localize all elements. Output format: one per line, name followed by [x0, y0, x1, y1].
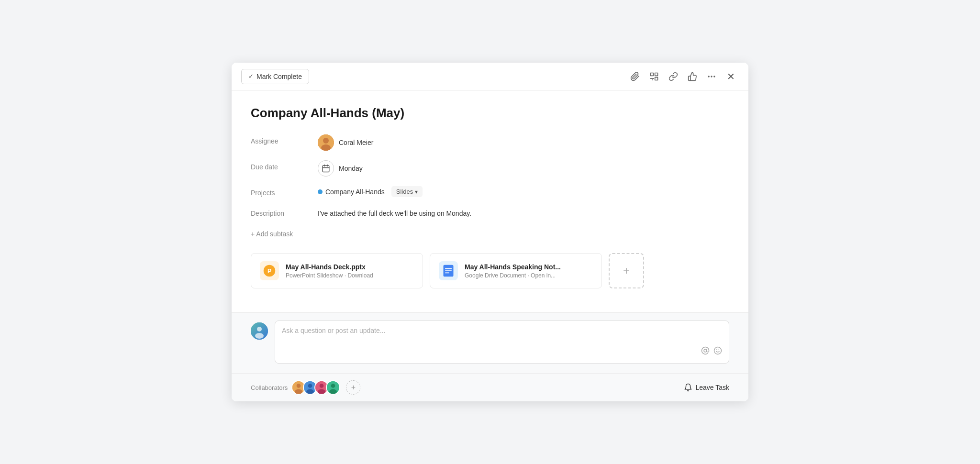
svg-point-5	[713, 76, 715, 77]
link-icon-button[interactable]	[665, 68, 681, 85]
comment-actions	[282, 346, 722, 357]
header-actions: ✕	[627, 68, 739, 85]
gdoc-name: May All-Hands Speaking Not...	[465, 263, 561, 271]
svg-point-23	[714, 347, 722, 354]
svg-point-36	[331, 384, 335, 388]
svg-rect-2	[655, 77, 658, 80]
assignee-avatar	[318, 134, 334, 151]
modal-body: Company All-Hands (May) Assignee	[232, 91, 748, 313]
collab-avatar-4[interactable]	[326, 380, 340, 395]
description-label: Description	[251, 207, 308, 217]
projects-row: Projects Company All-Hands Slides ▾	[251, 186, 729, 197]
add-subtask-button[interactable]: + Add subtask	[251, 228, 729, 240]
due-date-value[interactable]: Monday	[318, 160, 363, 177]
task-title: Company All-Hands (May)	[251, 105, 729, 122]
comment-placeholder: Ask a question or post an update...	[282, 327, 722, 334]
svg-point-27	[297, 384, 301, 388]
pptx-info: May All-Hands Deck.pptx PowerPoint Slide…	[286, 263, 373, 279]
svg-point-20	[257, 327, 262, 331]
link-icon	[668, 72, 678, 81]
comment-input-area[interactable]: Ask a question or post an update...	[275, 320, 729, 364]
gdoc-icon	[439, 261, 458, 280]
svg-point-7	[323, 138, 329, 144]
slides-label: Slides	[396, 188, 413, 195]
like-icon-button[interactable]	[684, 68, 701, 85]
project-dot-icon	[318, 189, 323, 194]
svg-rect-17	[445, 271, 452, 272]
more-icon	[707, 72, 716, 81]
due-date-label: Due date	[251, 160, 308, 171]
assignee-value[interactable]: Coral Meier	[318, 134, 373, 151]
svg-point-31	[307, 389, 314, 394]
close-icon: ✕	[727, 71, 735, 82]
assignee-name: Coral Meier	[339, 139, 373, 146]
chevron-down-icon: ▾	[415, 188, 418, 195]
slides-dropdown[interactable]: Slides ▾	[391, 186, 423, 197]
description-value: I've attached the full deck we'll be usi…	[318, 207, 471, 219]
subtask-icon-button[interactable]	[646, 68, 662, 85]
svg-rect-9	[323, 166, 329, 172]
svg-point-30	[308, 384, 312, 388]
leave-task-button[interactable]: Leave Task	[684, 383, 729, 392]
comment-row: Ask a question or post an update...	[251, 320, 729, 364]
svg-point-37	[330, 389, 337, 394]
svg-point-34	[318, 389, 326, 394]
gdoc-meta: Google Drive Document · Open in...	[465, 272, 561, 279]
pptx-meta: PowerPoint Slideshow · Download	[286, 272, 373, 279]
assignee-label: Assignee	[251, 134, 308, 145]
svg-point-3	[708, 76, 710, 77]
svg-point-33	[320, 384, 324, 388]
add-attachment-button[interactable]: +	[609, 253, 644, 288]
project-name: Company All-Hands	[325, 188, 385, 196]
projects-label: Projects	[251, 186, 308, 197]
due-date-row: Due date Monday	[251, 160, 729, 177]
svg-point-28	[295, 389, 303, 394]
pptx-icon: P	[260, 261, 279, 280]
assignee-row: Assignee Coral Meier	[251, 134, 729, 151]
svg-point-4	[711, 76, 712, 77]
at-mention-icon[interactable]	[701, 346, 710, 357]
svg-text:P: P	[267, 268, 271, 275]
project-tag: Company All-Hands	[318, 188, 385, 196]
paperclip-icon	[630, 72, 640, 81]
svg-rect-1	[655, 73, 658, 76]
attachments-row: P May All-Hands Deck.pptx PowerPoint Sli…	[251, 253, 729, 288]
emoji-icon[interactable]	[713, 346, 722, 357]
modal-header: ✓ Mark Complete	[232, 63, 748, 91]
svg-point-21	[255, 333, 264, 339]
add-collaborator-button[interactable]: +	[346, 380, 360, 395]
svg-point-22	[704, 349, 707, 352]
add-subtask-label: + Add subtask	[251, 230, 293, 238]
attachment-pptx[interactable]: P May All-Hands Deck.pptx PowerPoint Sli…	[251, 253, 423, 288]
projects-value[interactable]: Company All-Hands Slides ▾	[318, 186, 423, 197]
modal-footer: Collaborators	[232, 373, 748, 401]
due-date-text: Monday	[339, 165, 363, 172]
svg-rect-16	[445, 268, 452, 269]
svg-rect-18	[445, 273, 449, 274]
mark-complete-label: Mark Complete	[256, 73, 302, 80]
assign-icon	[649, 72, 659, 81]
calendar-icon	[318, 160, 334, 177]
plus-icon: +	[351, 383, 356, 392]
attachment-icon-button[interactable]	[627, 68, 643, 85]
description-text: I've attached the full deck we'll be usi…	[318, 207, 471, 219]
comment-section: Ask a question or post an update...	[232, 312, 748, 373]
pptx-name: May All-Hands Deck.pptx	[286, 263, 373, 271]
collaborator-avatars	[291, 380, 340, 395]
svg-rect-0	[651, 73, 654, 76]
collaborators-section: Collaborators	[251, 380, 360, 395]
collaborators-label: Collaborators	[251, 384, 288, 391]
current-user-avatar	[251, 322, 268, 340]
leave-task-label: Leave Task	[695, 384, 729, 391]
checkmark-icon: ✓	[248, 73, 254, 80]
more-options-button[interactable]	[703, 68, 720, 85]
bell-icon	[684, 383, 692, 392]
plus-icon: +	[623, 264, 630, 277]
mark-complete-button[interactable]: ✓ Mark Complete	[241, 69, 309, 84]
coral-meier-avatar	[318, 134, 334, 151]
gdoc-info: May All-Hands Speaking Not... Google Dri…	[465, 263, 561, 279]
description-row: Description I've attached the full deck …	[251, 207, 729, 219]
close-button[interactable]: ✕	[723, 68, 739, 85]
thumbsup-icon	[688, 72, 697, 81]
attachment-gdoc[interactable]: May All-Hands Speaking Not... Google Dri…	[430, 253, 602, 288]
